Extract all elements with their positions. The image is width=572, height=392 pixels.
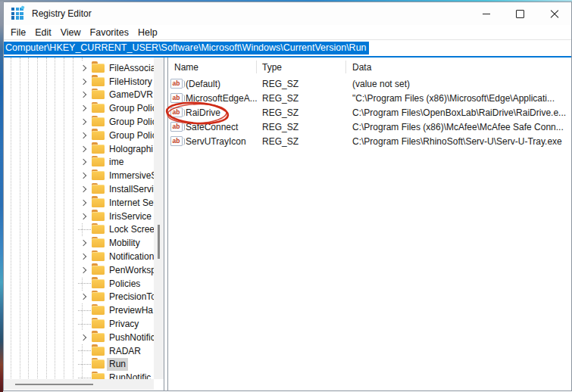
minimize-button[interactable] <box>469 2 503 25</box>
tree-horizontal-scrollbar[interactable] <box>4 379 154 390</box>
folder-icon <box>92 266 105 275</box>
column-header-name[interactable]: Name <box>168 61 257 73</box>
tree-item-radar[interactable]: RADAR <box>4 344 154 358</box>
registry-grid-square <box>11 8 14 11</box>
tree-item-holographi[interactable]: Holographi <box>4 142 154 156</box>
column-header-data[interactable]: Data <box>346 61 571 73</box>
registry-value-row-default[interactable]: ab(Default)REG_SZ(value not set) <box>168 76 571 91</box>
list-rows: ab(Default)REG_SZ(value not set)abMicros… <box>168 76 571 148</box>
value-type-cell: REG_SZ <box>257 93 346 104</box>
tree-connector-line <box>78 229 91 230</box>
folder-icon <box>92 292 105 301</box>
chevron-right-icon[interactable] <box>78 61 91 75</box>
value-name-text: MicrosoftEdgeA... <box>186 93 257 104</box>
tree-item-irisservice[interactable]: IrisService <box>4 210 154 223</box>
tree-item-precisionto[interactable]: PrecisionTo <box>4 291 154 304</box>
close-button[interactable] <box>537 2 571 25</box>
maximize-button[interactable] <box>503 2 537 25</box>
tree-item-group-polic[interactable]: Group Polic <box>4 129 154 142</box>
horizontal-scrollbar-thumb[interactable] <box>15 384 93 385</box>
chevron-right-icon[interactable] <box>78 250 91 263</box>
address-bar[interactable]: Computer\HKEY_CURRENT_USER\Software\Micr… <box>4 39 571 58</box>
chevron-right-icon[interactable] <box>78 156 91 170</box>
tree-item-penworksp[interactable]: PenWorksp <box>4 263 154 277</box>
chevron-right-icon[interactable] <box>78 75 91 89</box>
tree-item-group-polic[interactable]: Group Polic <box>4 115 154 129</box>
minimize-icon <box>483 14 490 14</box>
chevron-right-icon[interactable] <box>78 236 91 250</box>
tree-connector-line <box>78 378 91 378</box>
tree-item-run[interactable]: Run <box>4 358 154 372</box>
value-type-cell: REG_SZ <box>257 79 346 89</box>
chevron-right-icon[interactable] <box>78 210 91 223</box>
tree-item-fileassocia[interactable]: FileAssocia <box>4 61 154 75</box>
vertical-scrollbar-thumb[interactable] <box>158 225 160 259</box>
tree-item-label: GameDVR <box>107 89 154 101</box>
window-controls <box>469 2 571 25</box>
tree-item-gamedvr[interactable]: GameDVR <box>4 89 154 102</box>
menu-favorites[interactable]: Favorites <box>86 27 133 38</box>
tree-item-label: Notification <box>107 250 154 263</box>
registry-tree-pane: FileAssociaFileHistoryGameDVRGroup Polic… <box>4 58 164 390</box>
value-type-cell: REG_SZ <box>257 136 346 147</box>
folder-icon <box>92 185 105 194</box>
tree-item-label: IrisService <box>107 210 154 222</box>
tree-item-filehistory[interactable]: FileHistory <box>4 75 154 89</box>
folder-icon <box>92 117 105 126</box>
chevron-right-icon[interactable] <box>78 263 91 277</box>
content-area: FileAssociaFileHistoryGameDVRGroup Polic… <box>4 58 571 390</box>
folder-icon <box>92 319 105 328</box>
tree-item-label: ime <box>107 156 126 169</box>
string-value-ab-icon: ab <box>170 79 183 89</box>
chevron-right-icon[interactable] <box>78 89 91 102</box>
tree-rows: FileAssociaFileHistoryGameDVRGroup Polic… <box>4 61 154 385</box>
value-data-cell: (value not set) <box>346 79 571 89</box>
value-name-text: RaiDrive <box>186 107 220 118</box>
tree-item-immersives[interactable]: ImmersiveS <box>4 169 154 182</box>
tree-item-lock-screen[interactable]: Lock Screen <box>4 223 154 237</box>
menu-bar: FileEditViewFavoritesHelp <box>4 25 571 39</box>
tree-item-notification[interactable]: Notification <box>4 250 154 263</box>
chevron-right-icon[interactable] <box>78 169 91 182</box>
chevron-right-icon[interactable] <box>78 291 91 304</box>
chevron-right-icon[interactable] <box>78 115 91 129</box>
tree-item-policies[interactable]: Policies <box>4 277 154 291</box>
address-path-selected-text: Computer\HKEY_CURRENT_USER\Software\Micr… <box>4 42 369 54</box>
tree-item-label: RADAR <box>107 344 143 357</box>
menu-file[interactable]: File <box>6 27 30 38</box>
menu-help[interactable]: Help <box>133 27 162 38</box>
chevron-right-icon[interactable] <box>78 101 91 115</box>
tree-item-previewha[interactable]: PreviewHa <box>4 303 154 317</box>
tree-item-privacy[interactable]: Privacy <box>4 317 154 331</box>
chevron-right-icon[interactable] <box>78 182 91 196</box>
tree-item-label: PushNotific <box>107 331 154 344</box>
chevron-right-icon[interactable] <box>78 196 91 210</box>
value-name-text: (Default) <box>186 79 220 89</box>
registry-value-row-microsoftedgea[interactable]: abMicrosoftEdgeA...REG_SZ"C:\Program Fil… <box>168 91 571 105</box>
column-header-type[interactable]: Type <box>257 61 346 73</box>
folder-icon <box>92 90 105 99</box>
tree-item-installservic[interactable]: InstallServic <box>4 182 154 196</box>
tree-item-pushnotific[interactable]: PushNotific <box>4 331 154 344</box>
registry-value-row-safeconnect[interactable]: abSafeConnectREG_SZC:\Program Files (x86… <box>168 120 571 134</box>
tree-item-internet-set[interactable]: Internet Set <box>4 196 154 210</box>
tree-connector-line <box>78 364 91 365</box>
menu-view[interactable]: View <box>56 27 86 38</box>
tree-item-ime[interactable]: ime <box>4 156 154 170</box>
registry-value-row-raidrive[interactable]: abRaiDriveREG_SZC:\Program Files\OpenBox… <box>168 105 571 120</box>
chevron-right-icon[interactable] <box>78 129 91 142</box>
folder-icon <box>92 238 105 247</box>
folder-icon <box>92 306 105 315</box>
value-data-cell: C:\Program Files\RhinoSoft\Serv-U\Serv-U… <box>346 136 571 147</box>
registry-grid-square <box>11 12 14 15</box>
list-header: Name Type Data <box>168 58 571 76</box>
tree-item-mobility[interactable]: Mobility <box>4 236 154 250</box>
menu-edit[interactable]: Edit <box>30 27 56 38</box>
tree-connector-line <box>78 310 91 311</box>
tree-item-group-polic[interactable]: Group Polic <box>4 101 154 115</box>
chevron-right-icon[interactable] <box>78 331 91 344</box>
chevron-right-icon[interactable] <box>78 142 91 156</box>
tree-vertical-scrollbar[interactable] <box>154 58 164 379</box>
tree-item-label: InstallServic <box>107 183 154 196</box>
registry-value-row-servutrayicon[interactable]: abServUTrayIconREG_SZC:\Program Files\Rh… <box>168 134 571 148</box>
